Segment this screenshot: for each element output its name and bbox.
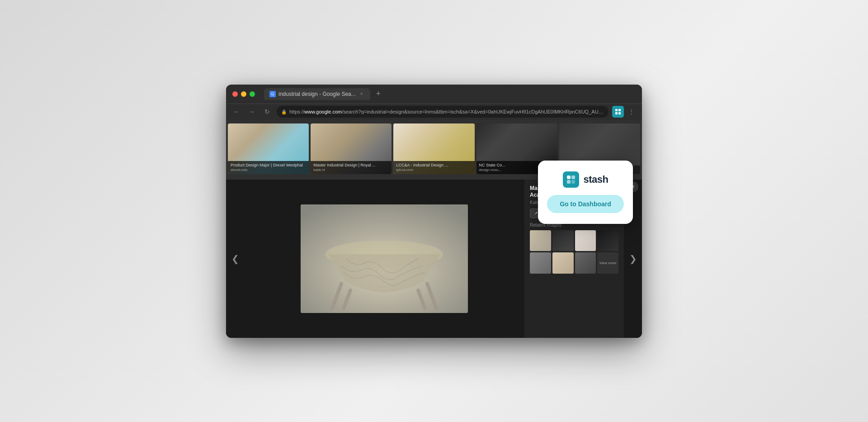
svg-rect-9 [571, 180, 575, 184]
extensions-button[interactable]: ⋮ [626, 106, 637, 118]
traffic-light-fullscreen[interactable] [250, 91, 255, 97]
related-images-grid: View more [530, 230, 618, 274]
stash-popup: stash Go to Dashboard [538, 161, 633, 224]
image-result-1[interactable]: Product Design Major | Drexel Westphal d… [228, 123, 309, 174]
traffic-light-minimize[interactable] [241, 91, 246, 97]
chair-visual [301, 204, 468, 313]
refresh-button[interactable]: ↻ [261, 106, 273, 118]
url-domain: www.google.com [304, 109, 342, 114]
stash-header: stash [563, 171, 609, 188]
image-label-3: LCC&A - Industrial Design ... iplcca.com [393, 161, 474, 174]
main-image-container [244, 180, 524, 338]
title-bar: G industrial design - Google Sea... × + [226, 85, 642, 104]
lock-icon: 🔒 [281, 109, 287, 114]
browser-content: Product Design Major | Drexel Westphal d… [226, 120, 642, 338]
visit-icon: ↗ [534, 211, 538, 216]
navigation-bar: ← → ↻ 🔒 https://www.google.com/search?q=… [226, 104, 642, 120]
tab-close-button[interactable]: × [359, 91, 365, 97]
traffic-lights [232, 91, 255, 97]
go-to-dashboard-button[interactable]: Go to Dashboard [547, 195, 624, 213]
image-result-3[interactable]: LCC&A - Industrial Design ... iplcca.com [393, 123, 474, 174]
related-thumb-4[interactable] [597, 230, 618, 251]
related-thumb-1[interactable] [530, 230, 551, 251]
url-path: /search?q=industrial+design&source=lnms&… [342, 109, 604, 114]
svg-rect-0 [615, 109, 618, 111]
related-thumb-2[interactable] [552, 230, 574, 251]
main-image [301, 204, 468, 313]
svg-rect-2 [615, 112, 618, 114]
related-thumb-3[interactable] [575, 230, 596, 251]
related-thumb-7[interactable] [575, 252, 596, 274]
tab-favicon: G [269, 91, 276, 97]
svg-rect-7 [571, 175, 575, 179]
address-bar[interactable]: 🔒 https://www.google.com/search?q=indust… [277, 106, 609, 118]
stash-brand-name: stash [584, 174, 609, 185]
triangle-indicator [429, 174, 439, 180]
related-thumb-6[interactable] [552, 252, 574, 274]
desktop-background: G industrial design - Google Sea... × + … [0, 0, 868, 422]
new-tab-button[interactable]: + [372, 88, 385, 100]
tab-title: industrial design - Google Sea... [278, 91, 356, 97]
view-more-button[interactable]: View more [597, 252, 618, 274]
image-label-1: Product Design Major | Drexel Westphal d… [228, 161, 309, 174]
nav-actions: ⋮ [612, 106, 637, 118]
svg-rect-1 [618, 109, 621, 111]
image-result-2[interactable]: Master Industrial Design | Royal ... kab… [311, 123, 392, 174]
url-text: https://www.google.com/search?q=industri… [289, 109, 604, 114]
extension-icon[interactable] [612, 106, 624, 118]
stash-logo [563, 171, 579, 188]
back-button[interactable]: ← [231, 106, 242, 118]
svg-rect-8 [567, 180, 571, 184]
forward-button[interactable]: → [246, 106, 258, 118]
svg-rect-3 [618, 112, 621, 114]
svg-rect-6 [567, 175, 571, 179]
related-thumb-5[interactable] [530, 252, 551, 274]
active-tab[interactable]: G industrial design - Google Sea... × [264, 88, 370, 100]
tab-bar: G industrial design - Google Sea... × + [264, 88, 636, 100]
traffic-light-close[interactable] [232, 91, 238, 97]
preview-nav-left[interactable]: ❮ [226, 180, 244, 338]
image-label-2: Master Industrial Design | Royal ... kab… [311, 161, 392, 174]
browser-window: G industrial design - Google Sea... × + … [226, 85, 642, 338]
